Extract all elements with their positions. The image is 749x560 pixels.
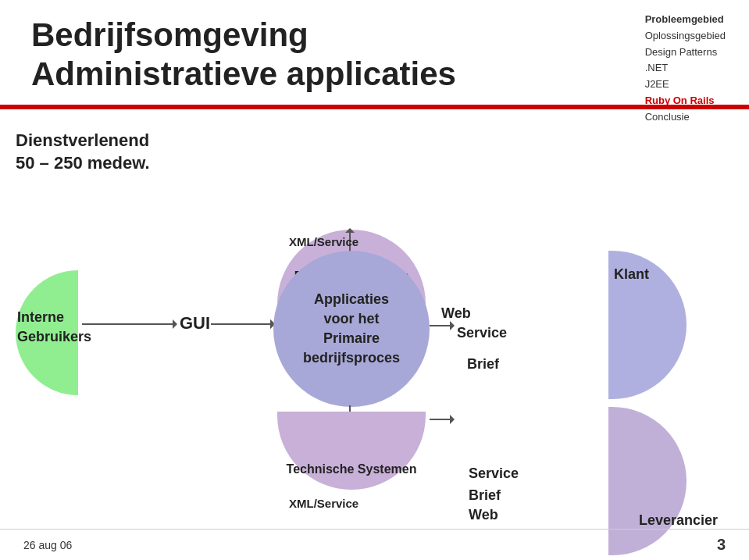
gui-label: GUI (180, 313, 210, 334)
left-panel: Dienstverlenend50 – 250 medew. (16, 130, 156, 174)
nav-item-design-patterns[interactable]: Design Patterns (645, 45, 726, 61)
xml-service-top: XML/Service (289, 235, 358, 248)
web-label: Web (441, 305, 471, 322)
tech-arc: Technische Systemen (277, 412, 426, 490)
arrow-gui-center (211, 323, 273, 325)
brief-label-bottom: Brief (469, 487, 501, 504)
footer-page: 3 (717, 536, 726, 554)
page-title: Bedrijfsomgeving Administratieve applica… (31, 16, 456, 95)
nav-item-oplossingsgebied[interactable]: Oplossingsgebied (645, 28, 726, 45)
xml-service-bottom: XML/Service (289, 497, 358, 510)
leverancier-label: Leverancier (639, 512, 718, 529)
red-divider (0, 105, 749, 109)
tech-text: Technische Systemen (287, 462, 417, 478)
nav-item-j2ee[interactable]: J2EE (645, 77, 726, 93)
left-description: Dienstverlenend50 – 250 medew. (16, 130, 156, 174)
gebruikers-label: Gebruikers (17, 329, 91, 345)
main-content: Dienstverlenend50 – 250 medew. Interne G… (0, 114, 749, 529)
footer: 26 aug 06 3 (0, 529, 749, 560)
header: Bedrijfsomgeving Administratieve applica… (0, 0, 749, 109)
nav-menu: Probleemgebied Oplossingsgebied Design P… (645, 12, 726, 126)
klant-label: Klant (614, 266, 649, 283)
footer-date: 26 aug 06 (23, 539, 72, 551)
brief-label-top: Brief (467, 356, 499, 373)
nav-item-net[interactable]: .NET (645, 60, 726, 77)
center-circle: Applicatiesvoor hetPrimairebedrijfsproce… (273, 251, 430, 407)
nav-item-ruby[interactable]: Ruby On Rails (645, 93, 726, 109)
web-label-bottom: Web (469, 507, 498, 523)
interne-label: Interne (17, 309, 64, 326)
arrow-left (82, 323, 176, 325)
nav-item-probleemgebied[interactable]: Probleemgebied (645, 12, 726, 28)
service-label-bottom: Service (469, 465, 519, 482)
service-label-top: Service (457, 325, 507, 341)
center-circle-text: Applicatiesvoor hetPrimairebedrijfsproce… (303, 290, 400, 369)
arrow-right-top (430, 325, 453, 326)
arrow-right-bottom (430, 419, 453, 420)
